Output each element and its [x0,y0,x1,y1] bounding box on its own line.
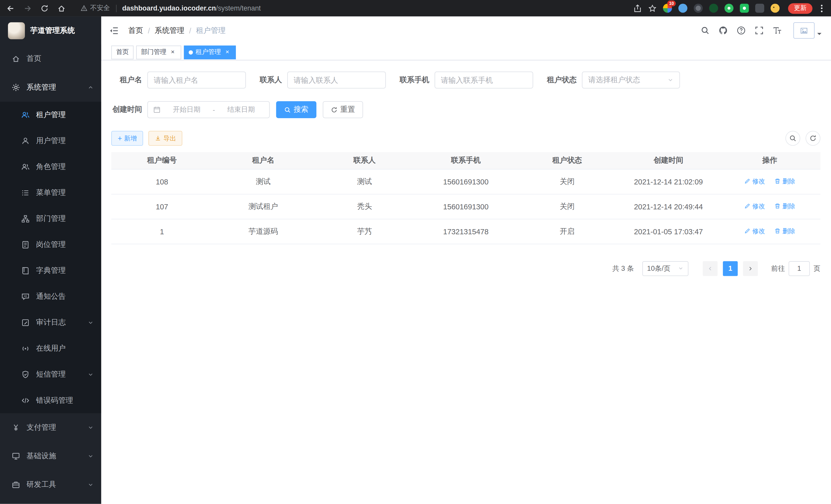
extension-icon[interactable]: 10 [663,4,672,12]
topbar-actions [701,22,822,39]
browser-forward-icon[interactable] [23,4,32,12]
sidebar-item-dept[interactable]: 部门管理 [0,206,101,232]
column-header: 操作 [719,152,820,169]
dict-icon [21,266,30,275]
user-avatar-dropdown[interactable] [794,22,822,39]
export-button[interactable]: 导出 [148,131,182,146]
share-icon[interactable] [633,4,642,12]
edit-icon [744,203,751,209]
app-shell: 芋道管理系统 首页 系统管理 租户管理 [0,17,831,504]
menu-list-icon [21,188,30,197]
sidebar-item-tenant[interactable]: 租户管理 [0,102,101,128]
add-button[interactable]: + 新增 [111,131,143,146]
delete-link[interactable]: 删除 [774,227,795,236]
sidebar-item-devtools[interactable]: 研发工具 [0,471,101,499]
close-icon[interactable]: × [224,49,231,56]
page-size-select[interactable]: 10条/页 [642,261,688,276]
tab-home[interactable]: 首页 [111,45,134,59]
sidebar-item-label: 首页 [26,54,41,63]
next-page-button[interactable] [743,261,758,276]
extension-icon[interactable] [678,4,687,12]
cell-contact: 测试 [314,169,415,194]
extension-badge: 10 [667,1,676,6]
sidebar-item-role[interactable]: 角色管理 [0,154,101,180]
tab-tenant[interactable]: 租户管理 × [184,45,236,59]
reset-button[interactable]: 重置 [323,101,363,118]
extensions-puzzle-icon[interactable] [755,4,764,12]
browser-reload-icon[interactable] [40,4,49,12]
breadcrumb-home[interactable]: 首页 [128,26,143,35]
profile-avatar-icon[interactable] [771,4,780,12]
status-select[interactable]: 请选择租户状态 [582,71,680,88]
delete-link[interactable]: 删除 [774,202,795,211]
extension-icon[interactable] [724,4,733,12]
address-bar[interactable]: dashboard.yudao.iocoder.cn/system/tenant [122,4,261,12]
cell-status: 关闭 [516,194,618,219]
sidebar-item-menu[interactable]: 菜单管理 [0,180,101,206]
sidebar-item-dict[interactable]: 字典管理 [0,258,101,283]
github-icon[interactable] [719,26,728,35]
sidebar-item-post[interactable]: 岗位管理 [0,232,101,258]
chrome-update-button[interactable]: 更新 [788,3,812,13]
refresh-table-button[interactable] [806,131,821,146]
browser-menu-icon[interactable] [819,3,825,13]
extension-icon[interactable] [709,4,718,12]
chevron-down-icon [87,482,94,488]
sidebar-item-error-code[interactable]: 错误码管理 [0,387,101,413]
trash-icon [774,203,781,209]
sidebar-item-label: 通知公告 [36,292,66,301]
search-icon[interactable] [701,26,710,35]
field-label: 租户名 [111,75,142,85]
goto-unit: 页 [813,264,821,273]
tab-dept[interactable]: 部门管理 × [136,45,181,59]
pagination: 共 3 条 10条/页 1 前往 页 [111,261,821,276]
date-range-picker[interactable]: 开始日期 - 结束日期 [147,101,269,118]
edit-link[interactable]: 修改 [744,227,765,236]
search-icon [284,106,291,113]
logo[interactable]: 芋道管理系统 [0,17,101,45]
breadcrumb-system[interactable]: 系统管理 [155,26,184,35]
sidebar-item-audit-log[interactable]: 审计日志 [0,309,101,335]
cell-created: 2021-12-14 21:02:09 [618,169,719,194]
sidebar-item-online-user[interactable]: 在线用户 [0,335,101,361]
search-button[interactable]: 搜索 [276,101,317,118]
page-jumper: 前往 页 [771,261,821,276]
sms-icon [21,370,30,379]
sidebar-item-infra[interactable]: 基础设施 [0,442,101,470]
tenant-table: 租户编号 租户名 联系人 联系手机 租户状态 创建时间 操作 108 测试 [111,152,821,244]
sidebar-item-label: 菜单管理 [36,188,66,197]
sidebar-item-user[interactable]: 用户管理 [0,128,101,154]
sidebar-item-home[interactable]: 首页 [0,45,101,73]
browser-back-icon[interactable] [6,4,15,12]
sidebar-item-system[interactable]: 系统管理 [0,73,101,102]
toolbar-right [785,131,821,146]
chevron-down-icon [87,371,94,378]
edit-link[interactable]: 修改 [744,202,765,211]
field-label: 联系手机 [400,75,429,85]
table-row: 107 测试租户 秃头 15601691300 关闭 2021-12-14 20… [111,194,821,219]
close-icon[interactable]: × [169,49,176,56]
sidebar-collapse-icon[interactable] [109,26,119,35]
help-icon[interactable] [737,26,746,35]
contact-input[interactable] [287,71,386,88]
phone-input[interactable] [434,71,533,88]
sidebar-item-sms[interactable]: 短信管理 [0,361,101,387]
toggle-search-button[interactable] [785,131,800,146]
cell-phone: 15601691300 [415,169,516,194]
extension-icon[interactable] [694,4,703,12]
bookmark-star-icon[interactable] [648,4,657,12]
sidebar-item-pay[interactable]: 支付管理 [0,413,101,442]
goto-page-input[interactable] [789,261,810,276]
extension-icon[interactable] [740,4,749,12]
button-label: 新增 [124,134,137,143]
tenant-name-input[interactable] [147,71,246,88]
prev-page-button[interactable] [703,261,718,276]
edit-link[interactable]: 修改 [744,177,765,186]
site-security-indicator[interactable]: 不安全 [81,4,110,12]
fullscreen-icon[interactable] [755,26,764,35]
page-number-button[interactable]: 1 [723,261,738,276]
browser-home-icon[interactable] [57,4,66,12]
delete-link[interactable]: 删除 [774,177,795,186]
font-size-icon[interactable] [773,26,782,35]
sidebar-item-notice[interactable]: 通知公告 [0,283,101,309]
